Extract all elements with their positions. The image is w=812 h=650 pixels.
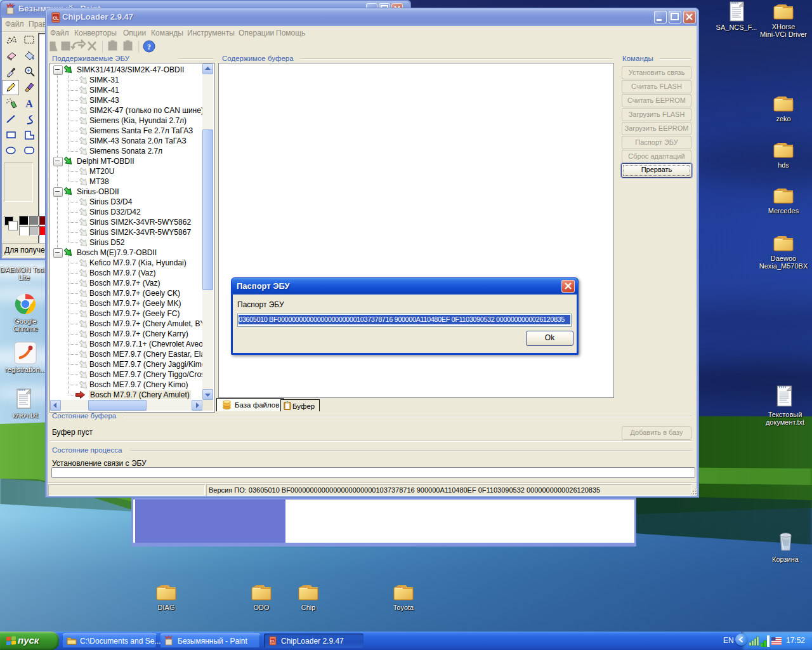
svg-text:CL: CL [270, 639, 275, 643]
svg-text:A: A [25, 98, 33, 109]
svg-text:CL: CL [53, 16, 59, 20]
svg-text:?: ? [147, 43, 151, 51]
